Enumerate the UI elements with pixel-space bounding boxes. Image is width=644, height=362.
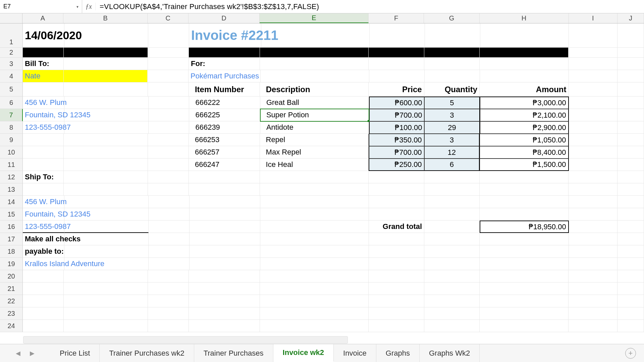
cell-F18[interactable] (369, 245, 424, 258)
cell-E22[interactable] (260, 295, 369, 307)
cell-B14[interactable] (64, 196, 149, 208)
scrollbar-track[interactable] (23, 336, 348, 344)
tab-invoice[interactable]: Invoice (334, 344, 376, 362)
cell-D13[interactable] (189, 183, 260, 196)
cell-I16[interactable] (569, 221, 618, 233)
cell-A18[interactable]: payable to: (23, 245, 64, 258)
row-header-2[interactable]: 2 (0, 48, 23, 58)
cell-C19[interactable] (149, 258, 190, 270)
cell-J10[interactable] (618, 146, 644, 159)
cell-F14[interactable] (369, 196, 424, 208)
cell-J4[interactable] (618, 70, 644, 82)
cell-B13[interactable] (64, 183, 148, 196)
cell-A5[interactable] (23, 82, 64, 97)
cell-D18[interactable] (190, 245, 260, 258)
cell-G20[interactable] (424, 270, 480, 283)
row-header-17[interactable]: 17 (0, 233, 23, 245)
cell-A16[interactable]: 123-555-0987 (23, 221, 64, 233)
cell-G10[interactable]: 12 (424, 146, 480, 159)
cell-F23[interactable] (369, 307, 424, 320)
cell-G7[interactable]: 3 (424, 109, 480, 121)
cell-I2[interactable] (569, 48, 618, 58)
cell-G13[interactable] (424, 183, 480, 196)
cell-F20[interactable] (369, 270, 424, 283)
cell-A11[interactable] (23, 159, 64, 171)
cell-G19[interactable] (424, 258, 480, 270)
cell-H19[interactable] (480, 258, 569, 270)
cell-J6[interactable] (618, 97, 644, 109)
row-header-9[interactable]: 9 (0, 134, 23, 146)
cell-H3[interactable] (480, 58, 569, 70)
cell-I1[interactable] (569, 23, 618, 48)
cell-I5[interactable] (569, 82, 618, 97)
cell-C15[interactable] (149, 208, 190, 221)
cell-E12[interactable] (260, 171, 369, 183)
cell-H22[interactable] (480, 295, 569, 307)
cell-A15[interactable]: Fountain, SD 12345 (23, 208, 64, 221)
cell-A10[interactable] (23, 146, 64, 159)
col-header-D[interactable]: D (189, 13, 260, 23)
row-header-8[interactable]: 8 (0, 121, 23, 134)
cell-E8[interactable]: Antidote (260, 121, 369, 134)
add-sheet-button[interactable]: + (625, 348, 636, 359)
cell-I19[interactable] (569, 258, 618, 270)
cell-D9[interactable]: 666253 (189, 134, 260, 146)
cell-H8[interactable]: ₱2,900.00 (480, 121, 569, 134)
horizontal-scrollbar[interactable] (22, 336, 644, 344)
cell-J21[interactable] (618, 283, 644, 295)
cell-F24[interactable] (369, 320, 424, 332)
name-box[interactable]: E7 ▼ (0, 0, 82, 13)
cell-J7[interactable] (618, 109, 644, 121)
formula-input[interactable]: =VLOOKUP($A$4,'Trainer Purchases wk2'!$B… (96, 2, 644, 11)
cell-B21[interactable] (64, 283, 148, 295)
cell-A2[interactable] (23, 48, 64, 58)
cell-B24[interactable] (64, 320, 148, 332)
cell-J1[interactable] (618, 23, 644, 48)
cell-D3[interactable]: For: (189, 58, 260, 70)
cell-C5[interactable] (148, 82, 189, 97)
cell-F4[interactable] (369, 70, 425, 82)
cell-E4[interactable] (261, 70, 369, 82)
cell-E19[interactable] (260, 258, 369, 270)
select-all-corner[interactable] (0, 13, 22, 23)
cell-E16[interactable] (260, 221, 369, 233)
cell-G23[interactable] (424, 307, 480, 320)
col-header-J[interactable]: J (618, 13, 644, 23)
row-header-20[interactable]: 20 (0, 270, 23, 283)
cell-H7[interactable]: ₱2,100.00 (480, 109, 569, 121)
row-header-1[interactable]: 1 (0, 23, 23, 48)
cell-F21[interactable] (369, 283, 424, 295)
cell-H23[interactable] (480, 307, 569, 320)
cell-B20[interactable] (64, 270, 148, 283)
cell-D21[interactable] (189, 283, 260, 295)
cell-H11[interactable]: ₱1,500.00 (480, 159, 569, 171)
cell-E7-selected[interactable]: Super Potion (260, 109, 369, 121)
cell-E3[interactable] (260, 58, 369, 70)
cell-E21[interactable] (260, 283, 369, 295)
cell-A8[interactable]: 123-555-0987 (23, 121, 64, 134)
cell-A7[interactable]: Fountain, SD 12345 (23, 109, 64, 121)
cell-E15[interactable] (260, 208, 369, 221)
row-header-13[interactable]: 13 (0, 183, 23, 196)
cell-B12[interactable] (64, 171, 148, 183)
cell-G3[interactable] (424, 58, 480, 70)
cell-A6[interactable]: 456 W. Plum (23, 97, 64, 109)
cell-B7[interactable] (64, 109, 149, 121)
cell-H16[interactable]: ₱18,950.00 (480, 221, 569, 233)
cell-I21[interactable] (569, 283, 618, 295)
cell-B19[interactable] (64, 258, 149, 270)
cell-F13[interactable] (369, 183, 424, 196)
cell-F16[interactable]: Grand total (369, 221, 424, 233)
cell-A9[interactable] (23, 134, 64, 146)
cell-J9[interactable] (618, 134, 644, 146)
header-item-number[interactable]: Item Number (189, 82, 260, 97)
cell-C7[interactable] (149, 109, 190, 121)
cell-J20[interactable] (618, 270, 644, 283)
cell-C21[interactable] (148, 283, 189, 295)
cell-G2[interactable] (424, 48, 480, 58)
cell-A20[interactable] (23, 270, 64, 283)
cell-B9[interactable] (64, 134, 148, 146)
cell-C3[interactable] (148, 58, 189, 70)
cell-D16[interactable] (190, 221, 260, 233)
cell-D20[interactable] (189, 270, 260, 283)
